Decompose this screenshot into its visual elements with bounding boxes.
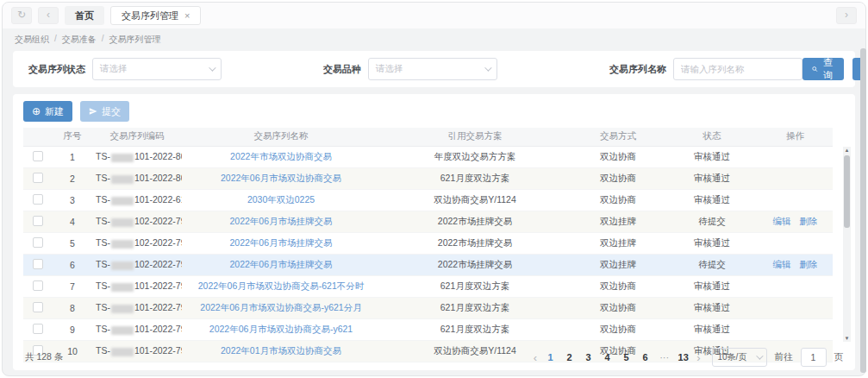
search-button[interactable]: 查询 — [802, 58, 844, 80]
row-checkbox[interactable] — [33, 151, 43, 161]
table-header-row: 序号 交易序列编码 交易序列名称 引用交易方案 交易方式 状态 操作 — [23, 128, 833, 146]
plus-circle-icon: ⊕ — [32, 106, 41, 117]
page-size-value: 10条/页 — [718, 351, 747, 363]
next-page-icon[interactable]: › — [696, 351, 700, 364]
tab-bar: ↻ ‹ 首页 交易序列管理 × › — [3, 3, 865, 28]
row-checkbox-cell — [23, 167, 53, 189]
method-cell: 双边协商 — [570, 167, 666, 189]
row-index: 4 — [53, 211, 92, 232]
sequence-name-cell: 2022年06月市场挂牌交易 — [182, 211, 380, 232]
variety-select[interactable]: 请选择 — [368, 58, 497, 80]
redacted-code-segment — [111, 305, 134, 313]
filter-variety-group: 交易品种 请选择 — [323, 58, 497, 80]
forward-icon[interactable]: › — [836, 7, 857, 24]
page-size-select[interactable]: 10条/页 — [712, 348, 767, 367]
row-index: 1 — [53, 146, 92, 167]
sequence-name-link[interactable]: 2022年06月市场双边协商交易-y621分月 — [200, 302, 361, 312]
scheme-cell: 621月度双边方案 — [380, 275, 570, 297]
sequence-name-input[interactable] — [673, 58, 802, 80]
sequence-table: 序号 交易序列编码 交易序列名称 引用交易方案 交易方式 状态 操作 1TS-1… — [23, 128, 833, 362]
pager-page[interactable]: 4 — [602, 352, 613, 362]
submit-button[interactable]: 提交 — [80, 101, 129, 122]
sequence-name-cell: 2022年06月市场双边协商交易-621不分时 — [182, 275, 380, 297]
sequence-name-link[interactable]: 2022年06月市场双边协商交易-621不分时 — [198, 280, 365, 291]
new-button[interactable]: ⊕ 新建 — [23, 101, 72, 122]
row-checkbox[interactable] — [33, 173, 43, 183]
refresh-icon[interactable]: ↻ — [11, 7, 32, 24]
row-index: 2 — [53, 167, 92, 189]
row-checkbox[interactable] — [33, 302, 43, 312]
sequence-code: TS-101-2022-7951 — [92, 275, 182, 297]
row-checkbox-cell — [23, 232, 53, 254]
app-frame: ↻ ‹ 首页 交易序列管理 × › 交易组织 / 交易准备 / 交易序列管理 交… — [2, 2, 866, 376]
actions-cell — [758, 318, 833, 340]
prev-page-icon[interactable]: ‹ — [534, 351, 537, 364]
header-method: 交易方式 — [570, 128, 666, 146]
breadcrumb-item-current: 交易序列管理 — [109, 34, 161, 46]
scrollbar-thumb[interactable] — [844, 155, 850, 228]
tab-label: 交易序列管理 — [122, 9, 178, 22]
chevron-down-icon — [756, 352, 763, 359]
sequence-name-link[interactable]: 2022年06月市场挂牌交易 — [229, 259, 332, 269]
pager-page[interactable]: 5 — [621, 352, 632, 362]
status-select[interactable]: 请选择 — [92, 58, 222, 80]
actions-cell: 编辑删除 — [758, 211, 833, 232]
row-checkbox[interactable] — [33, 324, 43, 334]
sequence-name-link[interactable]: 2030年双边0225 — [247, 194, 315, 205]
method-cell: 双边协商 — [570, 297, 666, 318]
actions-cell: 编辑删除 — [758, 254, 833, 275]
goto-page-input[interactable] — [801, 348, 827, 367]
redacted-code-segment — [111, 261, 134, 270]
tab-home-label: 首页 — [75, 9, 94, 22]
row-checkbox[interactable] — [33, 280, 43, 291]
page-scrollbar-thumb[interactable] — [860, 48, 866, 373]
pager-page[interactable]: 2 — [564, 352, 575, 362]
sequence-name-link[interactable]: 2022年06月市场挂牌交易 — [229, 237, 332, 248]
redacted-code-segment — [111, 197, 134, 205]
row-checkbox-cell — [23, 211, 53, 232]
scroll-up-icon[interactable]: ▴ — [846, 147, 849, 154]
method-cell: 双边协商 — [570, 189, 666, 211]
sequence-name-cell: 2022年06月市场挂牌交易 — [182, 254, 380, 275]
close-icon[interactable]: × — [184, 11, 190, 21]
sequence-name-link[interactable]: 2022年06月市场挂牌交易 — [229, 216, 332, 226]
table-scrollbar[interactable]: ▴ ▾ — [843, 147, 851, 342]
chevron-down-icon — [209, 64, 215, 71]
row-checkbox[interactable] — [33, 194, 43, 205]
row-checkbox[interactable] — [33, 237, 43, 248]
row-action-link[interactable]: 编辑 — [773, 259, 791, 269]
sequence-name-link[interactable]: 2022年06月市场双边协商交易-y621 — [209, 324, 353, 334]
row-index: 8 — [53, 297, 92, 318]
row-action-link[interactable]: 删除 — [800, 259, 818, 269]
status-cell: 审核通过 — [666, 297, 758, 318]
table-row: 6TS-102-2022-79582022年06月市场挂牌交易2022市场挂牌交… — [23, 254, 833, 275]
scroll-down-icon[interactable]: ▾ — [846, 335, 849, 342]
back-icon[interactable]: ‹ — [38, 7, 59, 24]
status-cell: 待提交 — [666, 254, 758, 275]
tab-sequence-management[interactable]: 交易序列管理 × — [110, 6, 201, 25]
row-checkbox[interactable] — [33, 259, 43, 269]
row-action-link[interactable]: 删除 — [800, 216, 818, 226]
actions-cell — [758, 167, 833, 189]
filter-status-label: 交易序列状态 — [28, 63, 85, 76]
row-checkbox[interactable] — [33, 216, 43, 226]
table-row: 1TS-101-2022-80962022年市场双边协商交易年度双边交易方方案双… — [23, 146, 833, 167]
table-toolbar: ⊕ 新建 提交 — [23, 101, 845, 122]
pager-page[interactable]: 13 — [678, 352, 689, 362]
header-actions: 操作 — [758, 128, 833, 146]
table-row: 7TS-101-2022-79512022年06月市场双边协商交易-621不分时… — [23, 275, 833, 297]
sequence-name-link[interactable]: 2022年市场双边协商交易 — [230, 151, 332, 161]
breadcrumb-item[interactable]: 交易准备 — [62, 34, 97, 46]
pager-page[interactable]: 6 — [640, 352, 651, 362]
tab-home[interactable]: 首页 — [65, 6, 104, 25]
row-action-link[interactable]: 编辑 — [773, 216, 791, 226]
actions-cell — [758, 189, 833, 211]
pager-page[interactable]: 1 — [545, 352, 556, 362]
sequence-code: TS-102-2022-7959 — [92, 232, 182, 254]
sequence-name-link[interactable]: 2022年06月市场双边协商交易 — [221, 173, 341, 183]
scheme-cell: 双边协商交易Y/1124 — [380, 189, 570, 211]
method-cell: 双边协商 — [570, 275, 666, 297]
sequence-name-cell: 2030年双边0225 — [182, 189, 380, 211]
breadcrumb-item[interactable]: 交易组织 — [15, 34, 49, 46]
pager-page[interactable]: 3 — [583, 352, 594, 362]
